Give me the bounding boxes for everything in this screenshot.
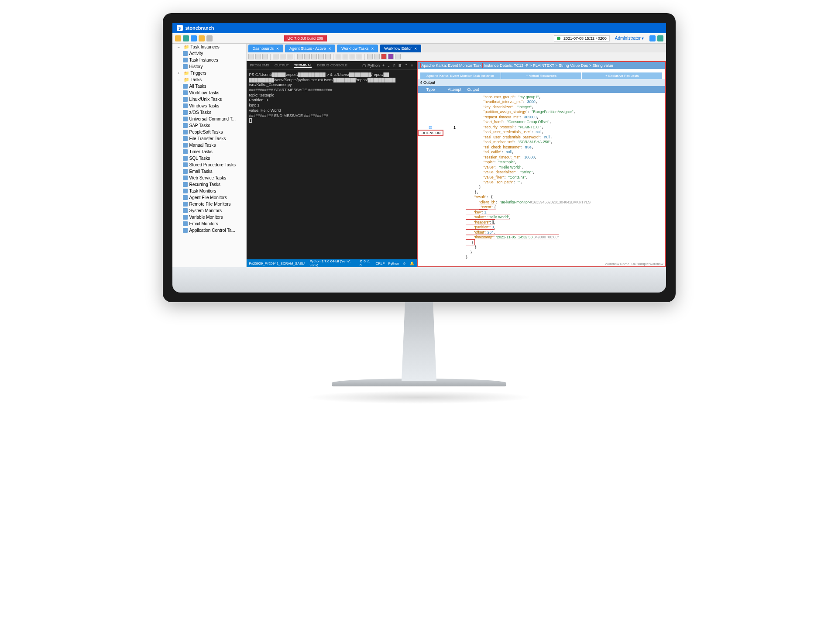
tree-item[interactable]: PeopleSoft Tasks bbox=[172, 129, 246, 135]
feedback-icon[interactable]: ☺ bbox=[402, 262, 406, 265]
copy-icon[interactable] bbox=[297, 54, 303, 59]
detail-sub-tab[interactable]: + Virtual Resources bbox=[501, 72, 581, 79]
tree-item[interactable]: System Monitors bbox=[172, 207, 246, 214]
zoom-fit-icon[interactable] bbox=[350, 54, 355, 59]
validate-icon[interactable] bbox=[388, 54, 394, 59]
gear-icon[interactable] bbox=[206, 35, 213, 41]
python-env[interactable]: Python 3.7.6 64-bit ('venv': venv) bbox=[309, 259, 355, 267]
tree-item[interactable]: Universal Command T... bbox=[172, 116, 246, 122]
tool-icon-2[interactable] bbox=[183, 35, 189, 41]
close-icon[interactable]: × bbox=[411, 63, 413, 68]
tree-item[interactable]: Application Control Ta... bbox=[172, 227, 246, 234]
tree-item[interactable]: Task Instances bbox=[172, 57, 246, 63]
tree-item[interactable]: Remote File Monitors bbox=[172, 201, 246, 207]
tree-item[interactable]: Task Monitors bbox=[172, 188, 246, 194]
problems-count[interactable]: ⊘ 0 ⚠ 0 bbox=[360, 259, 371, 267]
tree-item[interactable]: Workflow Tasks bbox=[172, 90, 246, 96]
terminal-tab[interactable]: DEBUG CONSOLE bbox=[317, 63, 347, 67]
chevron-down-icon[interactable]: ⌄ bbox=[387, 63, 391, 68]
task-icon bbox=[183, 156, 188, 161]
detail-sub-tab[interactable]: + Exclusive Requests bbox=[582, 72, 662, 79]
close-icon[interactable]: × bbox=[371, 46, 374, 51]
tool-icon-4[interactable] bbox=[199, 35, 205, 41]
bell-icon[interactable]: 🔔 bbox=[410, 262, 414, 265]
output-attempt-cell: 1 bbox=[444, 95, 466, 260]
admin-menu[interactable]: Administrator ▾ bbox=[615, 36, 644, 41]
tool-icon-3[interactable] bbox=[191, 35, 197, 41]
tree-item[interactable]: Linux/Unix Tasks bbox=[172, 96, 246, 103]
main-tab[interactable]: Workflow Tasks× bbox=[337, 45, 378, 52]
tool-icon-1[interactable] bbox=[175, 35, 181, 41]
cursor-icon[interactable] bbox=[273, 54, 278, 59]
tree-group[interactable]: −📁Task Instances bbox=[172, 44, 246, 50]
footer-note: Workflow Name: UD sample workflow bbox=[418, 262, 665, 266]
main-tabs: Dashboards×Agent Status - Active×Workflo… bbox=[247, 44, 666, 52]
output-table-header: Type Attempt Output bbox=[418, 86, 665, 93]
tree-item[interactable]: Variable Monitors bbox=[172, 214, 246, 220]
tree-item[interactable]: Activity bbox=[172, 50, 246, 57]
tree-item[interactable]: Windows Tasks bbox=[172, 103, 246, 109]
close-icon[interactable]: × bbox=[328, 46, 331, 51]
terminal-tab[interactable]: OUTPUT bbox=[275, 63, 289, 67]
line-ending[interactable]: CRLF bbox=[376, 262, 385, 265]
tree-item[interactable]: Timer Tasks bbox=[172, 148, 246, 155]
save-icon[interactable] bbox=[248, 54, 254, 59]
add-icon[interactable] bbox=[311, 54, 317, 59]
zoom-reset-icon[interactable] bbox=[357, 54, 362, 59]
tree-group[interactable]: −📁Tasks bbox=[172, 76, 246, 83]
terminal-output[interactable]: PS C:\Users\█████\repos\██████████ > & c… bbox=[247, 70, 417, 259]
grid-icon[interactable] bbox=[367, 54, 373, 59]
terminal-tab[interactable]: PROBLEMS bbox=[250, 63, 269, 67]
shell-select[interactable]: ▢ Python bbox=[362, 63, 380, 68]
main-tab[interactable]: Agent Status - Active× bbox=[285, 45, 335, 52]
row-select-icon[interactable]: ▤ bbox=[429, 125, 433, 130]
line-icon[interactable] bbox=[287, 54, 292, 59]
main-tab[interactable]: Workflow Editor× bbox=[380, 45, 421, 52]
redo-icon[interactable] bbox=[262, 54, 268, 59]
chevron-up-icon[interactable]: ⌃ bbox=[405, 63, 408, 68]
split-icon[interactable]: ▯ bbox=[393, 63, 395, 68]
minus-icon[interactable]: − bbox=[178, 45, 182, 49]
help-icon[interactable] bbox=[649, 35, 656, 41]
refresh-icon[interactable] bbox=[657, 35, 663, 41]
close-icon[interactable]: × bbox=[414, 46, 417, 51]
refresh-editor-icon[interactable] bbox=[395, 54, 401, 59]
zoom-out-icon[interactable] bbox=[343, 54, 348, 59]
hierarchy-icon[interactable] bbox=[374, 54, 380, 59]
terminal-tab[interactable]: TERMINAL bbox=[294, 63, 312, 68]
tree-item[interactable]: Email Monitors bbox=[172, 220, 246, 227]
minus-icon[interactable]: − bbox=[178, 78, 182, 82]
tree-item[interactable]: SAP Tasks bbox=[172, 122, 246, 129]
delete-icon[interactable] bbox=[325, 54, 331, 59]
tree-item[interactable]: Agent File Monitors bbox=[172, 194, 246, 201]
main-tab[interactable]: Dashboards× bbox=[248, 45, 283, 52]
plus-icon[interactable]: + bbox=[178, 71, 182, 76]
brand-logo-icon: s bbox=[177, 25, 183, 31]
layers-icon[interactable] bbox=[318, 54, 324, 59]
stop-icon[interactable] bbox=[381, 54, 387, 59]
trash-icon[interactable]: 🗑 bbox=[398, 63, 402, 68]
app-header: s stonebranch bbox=[172, 23, 666, 33]
close-icon[interactable]: × bbox=[276, 46, 279, 51]
zoom-in-icon[interactable] bbox=[336, 54, 341, 59]
git-branch[interactable]: F#25929_F#25941_SCRAM_SASL* bbox=[249, 262, 306, 265]
task-icon bbox=[183, 195, 188, 200]
detail-sub-tab[interactable]: Apache Kafka: Event Monitor Task Instanc… bbox=[420, 72, 501, 79]
connect-icon[interactable] bbox=[280, 54, 285, 59]
language-mode[interactable]: Python bbox=[388, 262, 399, 265]
tree-item[interactable]: Email Tasks bbox=[172, 168, 246, 175]
tree-item[interactable]: Manual Tasks bbox=[172, 142, 246, 148]
tree-item[interactable]: Web Service Tasks bbox=[172, 175, 246, 181]
tree-item[interactable]: File Transfer Tasks bbox=[172, 135, 246, 142]
paste-icon[interactable] bbox=[304, 54, 310, 59]
tree-item[interactable]: Stored Procedure Tasks bbox=[172, 162, 246, 168]
status-dot-icon bbox=[557, 37, 560, 40]
tree-item[interactable]: SQL Tasks bbox=[172, 155, 246, 162]
tree-item[interactable]: All Tasks bbox=[172, 83, 246, 90]
tree-item[interactable]: History bbox=[172, 63, 246, 70]
plus-icon[interactable]: + bbox=[382, 63, 385, 68]
tree-group[interactable]: +📁Triggers bbox=[172, 70, 246, 76]
undo-icon[interactable] bbox=[255, 54, 261, 59]
tree-item[interactable]: Recurring Tasks bbox=[172, 181, 246, 188]
tree-item[interactable]: z/OS Tasks bbox=[172, 109, 246, 116]
